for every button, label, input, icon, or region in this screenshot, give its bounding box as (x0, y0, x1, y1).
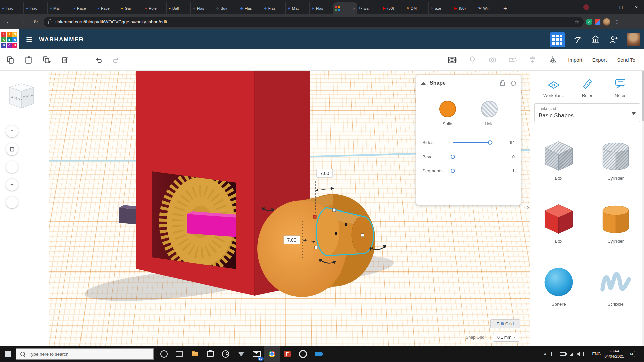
zoom-in-button[interactable]: + (6, 161, 18, 173)
scale-handle-red[interactable] (313, 215, 316, 218)
scrollbar-thumb[interactable] (642, 71, 644, 121)
scale-handle[interactable] (361, 234, 364, 237)
tinkercad-logo[interactable]: T I N K E R C A D (0, 29, 19, 49)
sides-slider[interactable] (453, 140, 493, 145)
design-canvas[interactable]: 7.00 7.00 (0, 71, 530, 346)
show-hide-button[interactable] (447, 55, 457, 65)
browser-tab[interactable]: ▶(50) (381, 2, 405, 14)
delete-button[interactable] (60, 55, 70, 65)
extension-icon[interactable] (595, 19, 600, 25)
shape-tile-box[interactable]: Box (530, 191, 587, 254)
browser-tab[interactable]: ◆Flas (238, 2, 262, 14)
undo-button[interactable] (93, 55, 103, 65)
forward-button[interactable]: → (17, 17, 28, 27)
workplane-tool[interactable]: Workplane (540, 77, 567, 98)
browser-tab[interactable]: ●Face (95, 2, 119, 14)
browser-tab[interactable]: ●Ball (167, 2, 191, 14)
paste-button[interactable] (23, 55, 34, 65)
browser-tab[interactable]: ◆Flas (310, 2, 333, 14)
view-cube[interactable]: RIGHT BACK (5, 82, 38, 112)
gallery-building-icon[interactable] (590, 34, 601, 45)
tray-tablet-icon[interactable] (551, 352, 556, 356)
taskbar-app-file-explorer[interactable] (187, 346, 203, 362)
scale-handle[interactable] (315, 246, 318, 249)
redo-button[interactable] (111, 55, 121, 65)
solid-option[interactable]: Solid (439, 101, 456, 126)
browser-tab[interactable]: ◆Flas (191, 2, 214, 14)
notes-tool[interactable]: Notes (607, 77, 634, 98)
browser-tab[interactable]: ●Trac (0, 2, 24, 14)
export-button[interactable]: Export (592, 57, 607, 63)
taskbar-app-steam[interactable] (218, 346, 233, 362)
bookmark-star-icon[interactable]: ☆ (575, 19, 579, 25)
tray-expand-caret[interactable]: ∧ (542, 352, 548, 356)
browser-tab[interactable]: WWill (476, 2, 500, 14)
browser-tab[interactable]: Gaze (429, 2, 452, 14)
back-button[interactable]: ← (3, 17, 14, 27)
tray-misc-icon[interactable] (583, 352, 588, 356)
scale-handle[interactable] (333, 208, 336, 212)
lock-icon[interactable] (500, 82, 505, 86)
reload-button[interactable]: ↻ (30, 17, 41, 27)
new-tab-button[interactable]: + (500, 5, 511, 14)
browser-profile-avatar[interactable] (603, 18, 610, 26)
extension-check-icon[interactable]: ✓ (586, 19, 592, 25)
browser-tab[interactable]: ●Face (71, 2, 95, 14)
slider-knob[interactable] (451, 169, 455, 173)
browser-tab[interactable]: ●Trac (24, 2, 48, 14)
add-user-icon[interactable] (608, 34, 619, 45)
slider-knob[interactable] (451, 155, 455, 159)
taskbar-app-cortana[interactable] (156, 346, 172, 362)
taskbar-app-mail[interactable]: 59 (249, 346, 264, 362)
taskbar-search[interactable]: Type here to search (16, 348, 154, 360)
taskbar-app-taskview[interactable] (172, 346, 187, 362)
show-desktop-button[interactable] (639, 346, 641, 362)
design-title[interactable]: WARHAMMER (39, 36, 84, 43)
shape-tile-partial[interactable] (530, 317, 587, 346)
slider-knob[interactable] (488, 140, 492, 145)
taskbar-app-opera[interactable] (295, 346, 311, 362)
snap-grid-select[interactable]: 0.1 mm▴ (493, 333, 519, 342)
shape-tile-box-hole[interactable]: Box (530, 128, 587, 191)
segments-slider[interactable] (453, 169, 493, 173)
browser-tab-active-tinkercad[interactable]: × (333, 2, 357, 14)
sidebar-scrollbar[interactable] (642, 71, 644, 346)
shape-library-dropdown[interactable]: Tinkercad Basic Shapes (534, 103, 640, 122)
browser-tab[interactable]: Gwar (357, 2, 381, 14)
browser-tab[interactable]: ▶(50) (452, 2, 476, 14)
network-signal-icon[interactable] (569, 352, 573, 356)
taskbar-app-camera[interactable] (311, 346, 326, 362)
shape-tile-cylinder[interactable]: Cylinder (587, 191, 644, 254)
midpoint-handle[interactable] (335, 232, 337, 235)
shape-tile-partial[interactable] (587, 317, 644, 346)
shape-tile-cylinder-hole[interactable]: Cylinder (587, 128, 644, 191)
blocks-pickaxe-icon[interactable] (572, 34, 583, 45)
action-center-button[interactable]: 14 (628, 351, 635, 357)
browser-tab[interactable]: ■Mail (48, 2, 71, 14)
mirror-button[interactable] (548, 55, 558, 65)
fit-view-button[interactable]: ⊡ (6, 143, 18, 155)
bevel-slider[interactable] (453, 155, 493, 159)
browser-tab[interactable]: ◆Buy (214, 2, 238, 14)
hole-option[interactable]: Hole (481, 101, 498, 126)
import-button[interactable]: Import (568, 57, 582, 63)
shape-tile-scribble[interactable]: Scribble (587, 254, 644, 317)
browser-tab[interactable]: ●Role (143, 2, 167, 14)
tab-close-button[interactable]: × (353, 6, 355, 11)
browser-tab[interactable]: ◆Flas (262, 2, 286, 14)
solid-swatch[interactable] (439, 101, 456, 117)
taskbar-app-predator[interactable] (233, 346, 249, 362)
panel-collapse-button[interactable] (421, 82, 426, 85)
start-button[interactable] (0, 346, 16, 362)
shape-tile-sphere[interactable]: Sphere (530, 254, 587, 317)
edit-grid-button[interactable]: Edit Grid (490, 319, 520, 328)
hole-swatch[interactable] (481, 101, 498, 117)
browser-tab[interactable]: ◆Mat (286, 2, 310, 14)
duplicate-button[interactable] (42, 55, 52, 65)
dimension-label-top[interactable]: 7.00 (317, 169, 333, 177)
taskbar-app-store[interactable] (203, 346, 218, 362)
home-view-button[interactable]: ⌂ (6, 125, 18, 137)
maximize-button[interactable]: □ (613, 0, 629, 14)
ruler-tool[interactable]: Ruler (574, 77, 601, 98)
language-indicator[interactable]: ENG (592, 352, 601, 356)
